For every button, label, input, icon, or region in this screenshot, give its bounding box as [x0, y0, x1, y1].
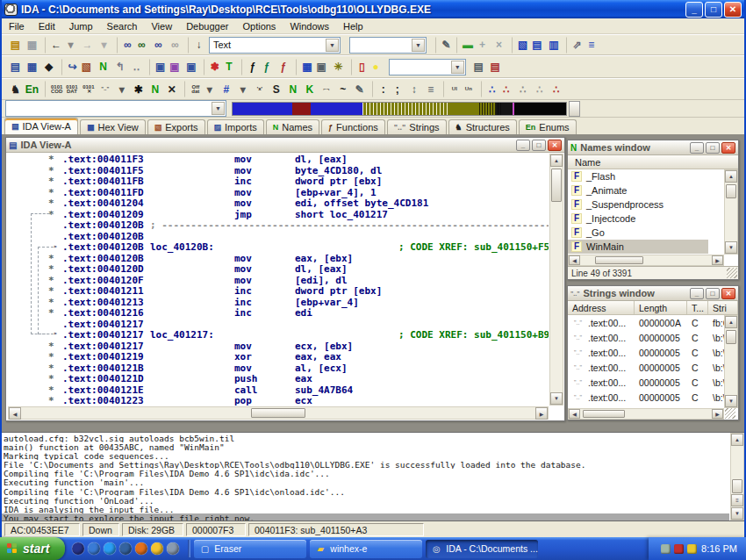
ida-view-a-title-bar[interactable]: ▤ IDA View-A _ □ ✕	[6, 138, 564, 153]
graph-flow-icon[interactable]: ∴	[481, 81, 498, 97]
log-line[interactable]: Executing function 'main'...	[2, 477, 729, 486]
jump-string-icon[interactable]: ‥	[128, 59, 145, 75]
code-line[interactable]: * .text:0040120B mov eax, [ebx]	[8, 253, 549, 264]
anterior-lines-icon[interactable]: ✱	[130, 81, 147, 97]
window-tile-vertical-icon[interactable]: ▥	[545, 37, 562, 54]
code-line[interactable]: * .text:0040120D mov dl, [eax]	[8, 263, 549, 275]
strings-table-row[interactable]: ".." .text:00... 00000005 C \b:\	[568, 375, 724, 390]
quick-launch-firefox-icon[interactable]	[135, 542, 147, 555]
close-button[interactable]: ✕	[721, 288, 735, 299]
graph-xrefs-from-icon[interactable]: ∴	[514, 81, 531, 97]
quick-launch-media-player-icon[interactable]	[88, 542, 100, 555]
hex-dump-icon[interactable]: ▦	[24, 59, 40, 75]
offset-icon[interactable]: Off dat	[184, 81, 201, 97]
open-file-icon[interactable]: ▤	[7, 37, 24, 54]
code-line[interactable]: * .text:00401219 xor eax, eax	[8, 351, 549, 363]
strings-table-row[interactable]: ".." .text:00... 0000000A C fb:C	[568, 315, 724, 330]
scroll-right-icon[interactable]: ▶	[535, 407, 548, 420]
navigation-band[interactable]	[232, 102, 567, 116]
log-line[interactable]: Compiling file 'C:\Program Files\IDA Dem…	[2, 487, 729, 496]
search-value-combobox[interactable]: ▼	[349, 37, 427, 54]
make-code-icon[interactable]: 0101 COD	[45, 81, 63, 97]
forward-icon[interactable]: →	[79, 37, 96, 54]
maximize-button[interactable]: □	[706, 288, 720, 299]
tab-exports[interactable]: ▧ Exports	[147, 119, 205, 134]
code-line[interactable]: * .text:0040120F mov [edi], dl	[8, 275, 549, 286]
window-cascade-icon[interactable]: ▧	[512, 37, 528, 54]
close-button[interactable]: ✕	[724, 2, 742, 18]
code-line[interactable]: .text:00401217	[8, 319, 549, 330]
scroll-up-icon[interactable]: ▲	[725, 170, 737, 183]
close-button[interactable]: ✕	[548, 140, 562, 151]
far-near-icon[interactable]: ⌐¬	[318, 81, 334, 97]
names-list-item[interactable]: F _Flash	[568, 169, 708, 183]
start-button[interactable]: start	[0, 537, 65, 560]
disassembly-vertical-scrollbar[interactable]: ▲ ▼	[549, 154, 563, 406]
quick-launch-globe-icon[interactable]	[104, 542, 116, 555]
back-dropdown-icon[interactable]: ▾	[62, 37, 79, 54]
code-line[interactable]: * .text:00401213 inc [ebp+var_4]	[8, 297, 549, 308]
number-icon[interactable]: #	[218, 81, 234, 97]
name-icon[interactable]: N	[284, 81, 301, 97]
tray-agent-icon[interactable]	[661, 544, 671, 554]
names-list-item[interactable]: F _Go	[568, 226, 708, 240]
delete-name-icon[interactable]: ✕	[163, 81, 180, 97]
chevron-down-icon[interactable]: ▼	[451, 61, 464, 74]
graph-user-xrefs-icon[interactable]: ∴	[531, 81, 548, 97]
scroll-right-icon[interactable]: ▶	[712, 409, 723, 419]
scroll-thumb[interactable]	[726, 330, 736, 344]
resize-grip[interactable]	[727, 268, 737, 278]
column-header-address[interactable]: Address	[568, 301, 635, 314]
chevron-down-icon[interactable]: ▼	[412, 39, 425, 52]
tab-functions[interactable]: ƒ Functions	[321, 119, 385, 134]
code-line[interactable]: .text:0040120B	[8, 231, 549, 242]
scroll-down-icon[interactable]: ▼	[725, 241, 737, 254]
window-tile-horizontal-icon[interactable]: ▤	[528, 37, 545, 54]
scroll-up-icon[interactable]: ▲	[731, 434, 743, 446]
code-line[interactable]: * .text:00401217 mov ecx, [ebx]	[8, 341, 549, 352]
scroll-down-icon[interactable]: ▼	[731, 507, 743, 520]
strings-table-row[interactable]: ".." .text:00... 00000005 C \b:\	[568, 345, 724, 360]
code-line[interactable]: * .text:0040121E call sub_4A7B64	[8, 384, 549, 396]
jump-name-icon[interactable]: N	[95, 59, 111, 75]
navigation-band-grip[interactable]	[569, 101, 580, 117]
scroll-thumb[interactable]	[251, 408, 305, 418]
quick-launch-aim-icon[interactable]	[151, 542, 163, 555]
function-delete-icon[interactable]: ƒ	[275, 59, 291, 75]
scroll-thumb[interactable]	[726, 184, 736, 198]
rename-icon[interactable]: N	[147, 81, 163, 97]
names-horizontal-scrollbar[interactable]: ◀ ▶	[568, 255, 724, 266]
back-icon[interactable]: ←	[45, 37, 62, 54]
diamond-icon[interactable]: ◆	[40, 59, 57, 75]
output-window[interactable]: autoload.cfg: b32vcl.sig autoloads bcb5w…	[2, 432, 744, 521]
code-line[interactable]: * .text:00401209 jmp short loc_401217	[8, 209, 549, 220]
log-line[interactable]: File 'C:\Documents and Settings\Ray\Desk…	[2, 460, 729, 469]
maximize-button[interactable]: □	[532, 140, 546, 151]
jump-function-icon[interactable]: ↰	[111, 59, 128, 75]
code-line[interactable]: * .text:0040121D push eax	[8, 373, 549, 384]
names-list-item[interactable]: F WinMain	[568, 240, 708, 254]
search-binoculars-icon[interactable]: ∞	[117, 37, 133, 54]
close-button[interactable]: ✕	[721, 142, 735, 154]
quick-launch-browser-icon[interactable]	[119, 542, 132, 555]
disassembly-horizontal-scrollbar[interactable]: ◀ ▶	[8, 406, 549, 420]
task-eraser[interactable]: ▢ Eraser	[194, 540, 306, 558]
code-line[interactable]: * .text:00401211 inc dword ptr [ebx]	[8, 285, 549, 297]
calculator-icon[interactable]: ▦	[296, 59, 312, 75]
printer-run-icon[interactable]: ▤	[470, 59, 487, 75]
offset-dropdown-icon[interactable]: ▾	[201, 81, 218, 97]
tab-hex-view[interactable]: ▦ Hex View	[80, 119, 146, 134]
code-line[interactable]: .text:0040120B ; -----------------------…	[8, 219, 549, 231]
log-line[interactable]: main() function at 00435ABC, named "WinM…	[2, 442, 729, 451]
tab-enums[interactable]: En Enums	[519, 119, 577, 134]
search-again-binoculars-icon[interactable]: ∞	[167, 37, 183, 54]
menu-item[interactable]: Debugger	[179, 19, 235, 33]
tray-key-icon[interactable]	[687, 544, 697, 554]
snapshot-icon[interactable]: ▣	[313, 59, 330, 75]
minimize-button[interactable]: _	[690, 142, 704, 154]
scroll-down-icon[interactable]: ▼	[725, 395, 737, 407]
copy-window-icon[interactable]: ▣	[166, 59, 183, 75]
code-line[interactable]: * .text:0040121B mov al, [ecx]	[8, 363, 549, 374]
scroll-left-icon[interactable]: ◀	[9, 407, 21, 420]
stack-up-icon[interactable]: ↕	[405, 81, 422, 97]
